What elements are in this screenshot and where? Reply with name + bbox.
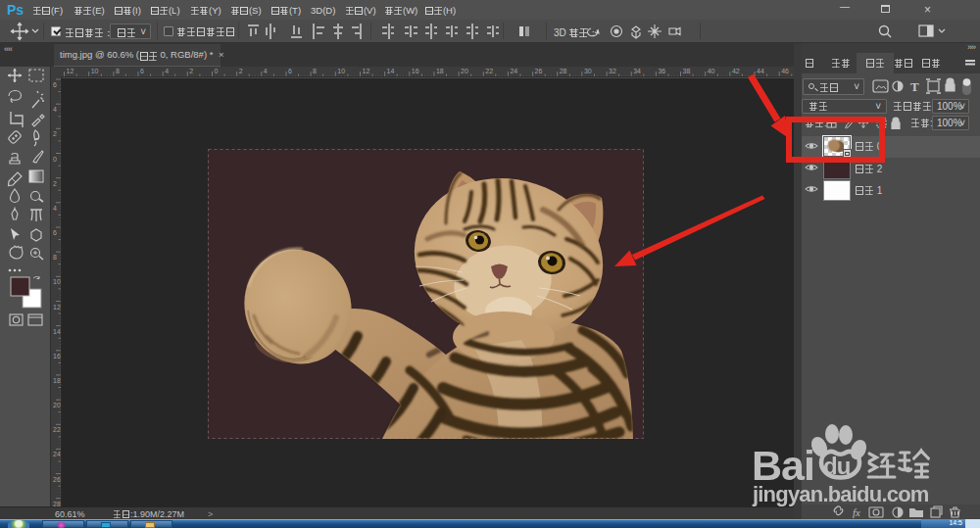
svg-text:4: 4 bbox=[53, 106, 57, 113]
svg-text:28: 28 bbox=[560, 68, 567, 74]
svg-text:32: 32 bbox=[609, 68, 616, 74]
svg-text:6: 6 bbox=[53, 229, 57, 236]
svg-text:44: 44 bbox=[757, 68, 764, 74]
svg-text:22: 22 bbox=[485, 68, 493, 74]
svg-text:34: 34 bbox=[633, 68, 641, 74]
svg-text:12: 12 bbox=[53, 304, 61, 311]
svg-text:24: 24 bbox=[53, 451, 61, 457]
svg-text:42: 42 bbox=[732, 68, 740, 74]
svg-text:26: 26 bbox=[535, 68, 543, 74]
svg-text:6: 6 bbox=[140, 68, 144, 74]
svg-text:0: 0 bbox=[53, 156, 57, 163]
svg-text:4: 4 bbox=[264, 68, 268, 74]
svg-text:20: 20 bbox=[461, 68, 468, 74]
svg-text:36: 36 bbox=[658, 68, 665, 74]
svg-text:24: 24 bbox=[510, 68, 517, 74]
svg-text:6: 6 bbox=[288, 68, 292, 74]
svg-text:38: 38 bbox=[683, 68, 691, 74]
svg-text:12: 12 bbox=[363, 68, 370, 74]
svg-text:14: 14 bbox=[387, 68, 395, 74]
svg-text:30: 30 bbox=[584, 68, 592, 74]
svg-text:10: 10 bbox=[53, 278, 61, 285]
svg-text:4: 4 bbox=[53, 205, 57, 212]
svg-text:2: 2 bbox=[53, 130, 57, 137]
svg-text:2: 2 bbox=[239, 68, 243, 74]
svg-text:T: T bbox=[910, 79, 919, 94]
svg-text:22: 22 bbox=[53, 426, 61, 433]
svg-text:18: 18 bbox=[53, 377, 61, 384]
svg-text:14: 14 bbox=[53, 328, 61, 335]
svg-text:18: 18 bbox=[436, 68, 444, 74]
svg-text:40: 40 bbox=[708, 68, 715, 74]
svg-text:6: 6 bbox=[53, 81, 57, 88]
svg-text:du: du bbox=[823, 453, 851, 479]
svg-text:46: 46 bbox=[781, 68, 789, 74]
svg-text:4: 4 bbox=[165, 68, 169, 74]
svg-text:8: 8 bbox=[116, 68, 120, 74]
svg-text:10: 10 bbox=[337, 68, 345, 74]
svg-text:0: 0 bbox=[215, 68, 219, 74]
svg-text:16: 16 bbox=[412, 68, 419, 74]
svg-text:2: 2 bbox=[53, 180, 57, 187]
svg-text:8: 8 bbox=[313, 68, 317, 74]
svg-text:12: 12 bbox=[67, 68, 74, 74]
svg-text:2: 2 bbox=[189, 68, 193, 74]
svg-text:8: 8 bbox=[53, 254, 57, 261]
svg-text:26: 26 bbox=[53, 476, 61, 483]
svg-text:10: 10 bbox=[91, 68, 99, 74]
svg-text:16: 16 bbox=[53, 353, 61, 360]
svg-text:20: 20 bbox=[53, 402, 61, 408]
svg-text:jingyan.baidu.com: jingyan.baidu.com bbox=[752, 482, 929, 506]
